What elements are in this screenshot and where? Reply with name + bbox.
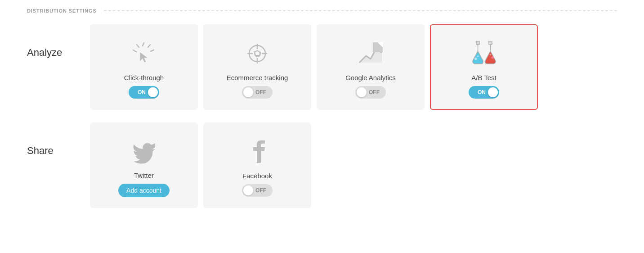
ecommerce-toggle-label: OFF: [255, 89, 266, 95]
click-through-toggle[interactable]: ON: [129, 86, 159, 99]
ecommerce-toggle-knob: [243, 87, 253, 97]
facebook-toggle[interactable]: OFF: [242, 184, 273, 197]
facebook-toggle-label: OFF: [255, 187, 266, 194]
share-cards: Twitter Add account Facebook OFF: [90, 122, 311, 208]
analyze-section: Analyze Click-through: [27, 24, 617, 110]
svg-rect-22: [488, 41, 492, 45]
ab-test-toggle-label: ON: [478, 89, 486, 95]
svg-line-3: [137, 45, 139, 47]
svg-point-24: [489, 54, 491, 55]
svg-line-4: [133, 50, 136, 52]
ecommerce-label: Ecommerce tracking: [227, 74, 288, 81]
click-through-icon: [128, 38, 160, 69]
google-analytics-card[interactable]: Google Analytics OFF: [317, 24, 425, 110]
twitter-card[interactable]: Twitter Add account: [90, 122, 198, 208]
facebook-icon: [242, 136, 273, 167]
ab-test-toggle[interactable]: ON: [469, 86, 499, 99]
ab-test-card[interactable]: A/B Test ON: [430, 24, 538, 110]
google-analytics-toggle-knob: [357, 87, 367, 97]
facebook-label: Facebook: [242, 172, 272, 180]
ab-test-toggle-knob: [488, 87, 498, 97]
facebook-toggle-knob: [243, 185, 253, 195]
google-analytics-label: Google Analytics: [345, 74, 396, 81]
facebook-card[interactable]: Facebook OFF: [203, 122, 311, 208]
svg-point-21: [477, 55, 479, 57]
ecommerce-card[interactable]: Ecommerce tracking OFF: [203, 24, 311, 110]
section-divider: [104, 10, 617, 11]
google-analytics-toggle[interactable]: OFF: [355, 86, 386, 99]
svg-line-1: [148, 45, 150, 47]
click-through-toggle-knob: [148, 87, 158, 97]
analyze-cards: Click-through ON: [90, 24, 538, 110]
ecommerce-icon: [242, 38, 273, 69]
analyze-label: Analyze: [27, 24, 90, 59]
section-header: DISTRIBUTION SETTINGS: [27, 0, 617, 24]
section-title: DISTRIBUTION SETTINGS: [27, 8, 97, 14]
share-section: Share Twitter Add account Fa: [27, 122, 617, 208]
google-analytics-toggle-label: OFF: [369, 89, 380, 95]
svg-line-0: [143, 43, 144, 46]
add-account-button[interactable]: Add account: [118, 184, 170, 197]
share-label: Share: [27, 122, 90, 157]
svg-point-23: [491, 56, 494, 59]
svg-rect-19: [476, 41, 479, 45]
click-through-toggle-label: ON: [138, 89, 146, 95]
ab-test-label: A/B Test: [471, 74, 496, 81]
click-through-label: Click-through: [124, 74, 164, 81]
ecommerce-toggle[interactable]: OFF: [242, 86, 273, 99]
click-through-card[interactable]: Click-through ON: [90, 24, 198, 110]
svg-line-2: [151, 50, 154, 51]
twitter-bird-icon: [128, 136, 160, 167]
analytics-icon: [355, 38, 386, 69]
page-container: DISTRIBUTION SETTINGS Analyze: [0, 0, 644, 239]
svg-point-20: [474, 58, 477, 60]
svg-point-12: [256, 56, 257, 57]
twitter-label: Twitter: [134, 172, 154, 179]
ab-test-icon: [468, 38, 500, 69]
svg-point-13: [259, 56, 259, 57]
